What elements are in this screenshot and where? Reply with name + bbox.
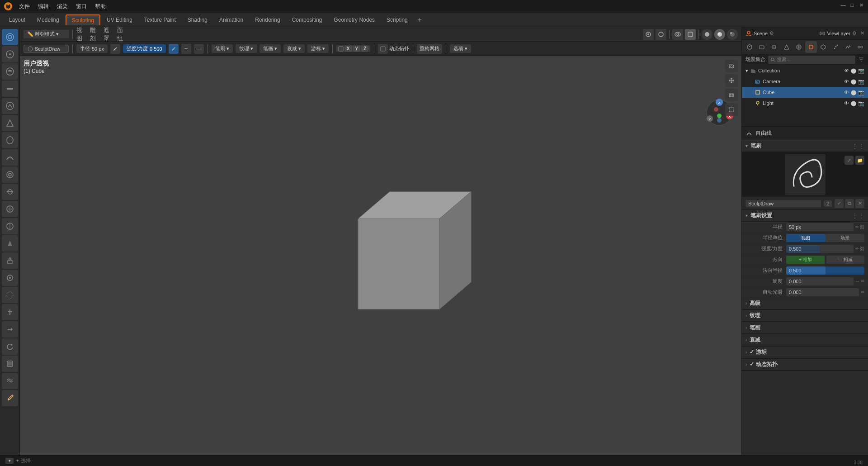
prop-constraints[interactable] <box>855 41 866 53</box>
tab-geometry-nodes[interactable]: Geometry Nodes <box>328 15 380 25</box>
x-lock[interactable]: X <box>344 46 352 52</box>
outliner-light[interactable]: Light 👁 ⬤ 📷 <box>742 98 868 109</box>
menu-window[interactable]: 窗口 <box>72 2 90 11</box>
cube-visible[interactable]: 👁 <box>844 90 849 95</box>
direction-add-toggle[interactable]: + 相加 <box>786 256 825 264</box>
tool-layer[interactable] <box>2 98 18 114</box>
snap-icon[interactable] <box>643 29 654 40</box>
camera-visible[interactable]: 👁 <box>844 79 849 85</box>
mask-menu[interactable]: 遮罩 <box>104 29 114 40</box>
tool-crease[interactable] <box>2 149 18 166</box>
viewlayer-expand-icon[interactable]: ✕ <box>860 30 864 36</box>
prop-object[interactable] <box>805 41 816 53</box>
render-region-btn[interactable] <box>725 103 738 116</box>
stroke-dropdown[interactable]: 笔画 ▾ <box>259 44 281 53</box>
texture-dropdown[interactable]: 纹理 ▾ <box>236 44 257 53</box>
strength-chain-btn[interactable]: ⛓ <box>860 246 864 251</box>
brush-dropdown[interactable]: 笔刷 ▾ <box>212 44 233 53</box>
collection-visible[interactable]: 👁 <box>844 68 849 74</box>
advanced-section-header[interactable]: › 高级 <box>742 298 868 309</box>
tool-pose[interactable] <box>2 304 18 320</box>
outliner-search[interactable]: 搜索... <box>768 56 855 64</box>
brush-shield-icon[interactable]: ✓ <box>835 199 844 208</box>
tool-rotate[interactable] <box>2 338 18 355</box>
outliner-cube[interactable]: Cube 👁 ⬤ 📷 <box>742 87 868 98</box>
hardness-resize-icon[interactable]: ↔ <box>855 279 860 284</box>
menu-render[interactable]: 渲染 <box>53 2 71 11</box>
tool-annotate[interactable] <box>2 390 18 406</box>
shader-material[interactable] <box>714 29 725 40</box>
scene-name[interactable]: Scene ⚙ <box>745 30 774 37</box>
tool-fill[interactable] <box>2 201 18 217</box>
brush-section-header[interactable]: ▾ 笔刷 ⋮⋮ <box>742 140 868 152</box>
3d-viewport[interactable]: 用户透视 (1) Cube <box>20 56 741 455</box>
strength-field[interactable]: 强度/力度 0.500 <box>123 44 166 53</box>
auto-smooth-value[interactable]: 0.000 <box>786 288 859 296</box>
radius-pen-btn[interactable]: ✏ <box>855 224 859 229</box>
remesh-button[interactable]: 重构网格 <box>417 44 442 54</box>
tool-pinch[interactable] <box>2 235 18 252</box>
unit-view-btn[interactable]: 视图 <box>786 234 826 242</box>
options-dropdown[interactable]: 选项 ▾ <box>450 44 471 53</box>
scene-icon-btn[interactable]: ⚙ <box>769 30 774 36</box>
camera-viewport[interactable]: ⬤ <box>851 79 856 85</box>
z-lock[interactable]: Z <box>361 46 368 52</box>
tool-grab[interactable] <box>2 252 18 269</box>
falloff-section-header[interactable]: › 衰减 <box>742 334 868 346</box>
tool-snake-hook[interactable] <box>2 270 18 286</box>
sculpt-menu[interactable]: 雕刻 <box>90 29 101 40</box>
brush-duplicate-icon[interactable]: ⧉ <box>845 199 854 208</box>
cursor-dropdown[interactable]: 游标 ▾ <box>307 44 329 53</box>
xray-icon[interactable] <box>685 29 696 40</box>
dyntopo-section-header[interactable]: › ✓ 动态拓扑 <box>742 359 868 371</box>
brush-delete-icon[interactable]: ✕ <box>855 199 864 208</box>
brush-name-input[interactable]: SculptDraw <box>745 200 821 207</box>
radius-prop-value[interactable]: 50 px <box>786 223 854 231</box>
tab-layout[interactable]: Layout <box>4 15 31 25</box>
tool-cloth[interactable] <box>2 373 18 389</box>
tool-clay-strips[interactable] <box>2 81 18 97</box>
prop-particles[interactable] <box>830 41 841 53</box>
stroke-section-header[interactable]: › 笔画 <box>742 322 868 334</box>
view-menu[interactable]: 视图 <box>76 29 87 40</box>
tool-draw-sharp[interactable] <box>2 46 18 62</box>
radius-pen-icon[interactable] <box>110 44 120 54</box>
outliner-camera[interactable]: Camera 👁 ⬤ 📷 <box>742 76 868 87</box>
prop-modifier[interactable] <box>818 41 829 53</box>
proportional-edit-icon[interactable] <box>656 29 666 40</box>
brush-browse-btn[interactable]: 📁 <box>855 156 864 165</box>
prop-render[interactable] <box>744 41 755 53</box>
direction-sub-toggle[interactable]: — 相减 <box>826 256 865 264</box>
cube-viewport[interactable]: ⬤ <box>851 90 856 95</box>
direction-sub-btn[interactable]: — <box>194 44 204 54</box>
dyntopo-checkbox[interactable] <box>378 44 388 54</box>
radius-field[interactable]: 半径 50 px <box>76 44 108 53</box>
viewlayer-name[interactable]: ViewLayer ⚙ ✕ <box>819 30 864 37</box>
menu-file[interactable]: 文件 <box>15 2 33 11</box>
collection-viewport[interactable]: ⬤ <box>851 68 856 74</box>
brush-settings-menu[interactable]: ⋮⋮ <box>852 212 864 219</box>
dyntopo-label[interactable]: 动态拓扑 <box>389 45 409 52</box>
tab-texture-paint[interactable]: Texture Paint <box>139 15 181 25</box>
menu-edit[interactable]: 编辑 <box>34 2 52 11</box>
y-lock[interactable]: Y <box>353 46 361 52</box>
menu-help[interactable]: 帮助 <box>91 2 109 11</box>
tool-inflate[interactable] <box>2 115 18 131</box>
tab-shading[interactable]: Shading <box>182 15 213 25</box>
prop-view[interactable] <box>769 41 780 53</box>
tool-flatten[interactable] <box>2 184 18 200</box>
light-viewport[interactable]: ⬤ <box>851 100 856 106</box>
light-render[interactable]: 📷 <box>858 100 864 106</box>
move-btn[interactable] <box>725 74 738 87</box>
camera-render[interactable]: 📷 <box>858 79 864 85</box>
brush-settings-header[interactable]: ▾ 笔刷设置 ⋮⋮ <box>742 210 868 222</box>
hardness-value[interactable]: 0.000 <box>786 277 854 285</box>
radius-chain-btn[interactable]: ⛓ <box>860 224 864 229</box>
mode-selector[interactable]: ✏️ 雕刻模式 ▾ <box>24 30 69 38</box>
unit-scene-btn[interactable]: 场景 <box>826 234 865 242</box>
auto-smooth-pen-icon[interactable]: ✏ <box>861 290 864 295</box>
falloff-dropdown[interactable]: 衰减 ▾ <box>283 44 305 53</box>
collection-render[interactable]: 📷 <box>858 68 864 74</box>
tab-sculpting[interactable]: Sculpting <box>66 14 100 25</box>
close-button[interactable]: ✕ <box>858 2 864 8</box>
